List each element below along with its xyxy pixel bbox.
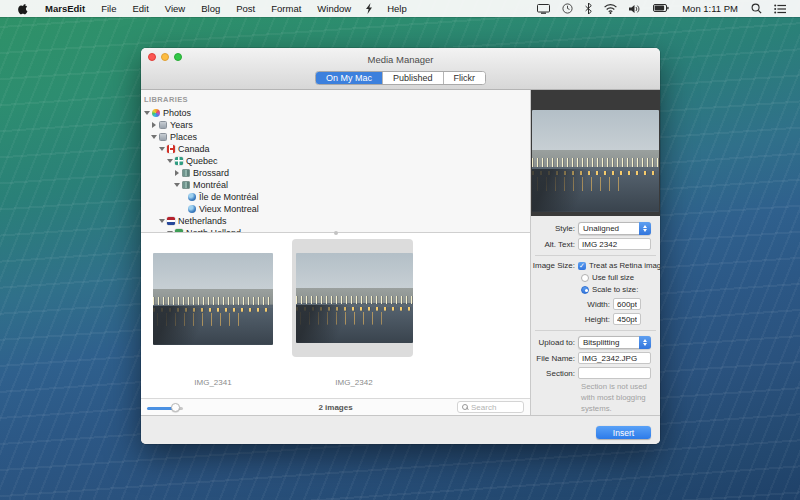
canada-flag-icon [167,145,175,153]
menu-bar-clock[interactable]: Mon 1:11 PM [675,3,745,14]
thumbnail-filename: IMG_2341 [153,378,273,387]
disclosure-triangle-icon[interactable] [158,217,166,225]
quebec-flag-icon [175,157,183,165]
bluetooth-icon[interactable] [579,0,598,17]
window-chrome[interactable]: Media Manager On My Mac Published Flickr [141,48,660,90]
inspector-form: Style: Unaligned Alt. Text: Image Size: … [531,216,660,415]
section-input[interactable] [578,367,651,379]
globe-icon [188,193,196,201]
sidebar-item-netherlands[interactable]: Netherlands [141,215,530,227]
tab-flickr[interactable]: Flickr [444,72,486,84]
insert-button[interactable]: Insert [596,426,651,439]
minimize-button[interactable] [161,53,169,61]
window-title: Media Manager [367,50,433,65]
menu-bar: MarsEdit File Edit View Blog Post Format… [0,0,800,17]
disclosure-triangle-icon[interactable] [173,181,181,189]
scale-to-size-radio[interactable]: Scale to size: [581,285,638,294]
zoom-button[interactable] [174,53,182,61]
menu-item-help[interactable]: Help [379,0,415,17]
volume-icon[interactable] [623,0,647,17]
globe-icon [188,205,196,213]
thumbnail-img-2342[interactable] [296,253,413,343]
disclosure-triangle-icon[interactable] [166,157,174,165]
thumbnail-filename: IMG_2342 [294,378,414,387]
file-name-input[interactable] [578,352,651,364]
city-icon [182,181,190,189]
close-button[interactable] [148,53,156,61]
divider [535,255,656,256]
full-size-radio[interactable]: Use full size [581,273,634,282]
netherlands-flag-icon [167,217,175,225]
media-manager-window: Media Manager On My Mac Published Flickr… [141,48,660,444]
alt-text-input[interactable] [578,238,651,250]
splitter-handle[interactable] [334,231,338,235]
section-note: Section is not used with most blogging s… [581,382,656,415]
menu-item-blog[interactable]: Blog [193,0,228,17]
menu-item-format[interactable]: Format [263,0,309,17]
radio-off-icon[interactable] [581,274,589,282]
tab-on-my-mac[interactable]: On My Mac [316,72,383,84]
sidebar-item-years[interactable]: Years [141,119,530,131]
disclosure-triangle-icon[interactable] [158,145,166,153]
search-input[interactable] [471,403,519,412]
height-label: Height: [531,315,613,324]
sidebar-item-label: Île de Montréal [199,192,259,202]
menu-item-marsedit[interactable]: MarsEdit [37,0,93,17]
disclosure-triangle-icon[interactable] [143,109,151,117]
search-icon [462,404,468,410]
airplay-display-icon[interactable] [531,0,556,17]
sidebar-item-label: Photos [163,108,191,118]
sidebar-item-label: Vieux Montreal [199,204,259,214]
divider [535,330,656,331]
sidebar-item-canada[interactable]: Canada [141,143,530,155]
popup-chevrons-icon [639,336,651,349]
sidebar-item-montreal[interactable]: Montréal [141,179,530,191]
wifi-icon[interactable] [598,0,623,17]
apple-menu-icon[interactable] [10,0,37,17]
notification-center-icon[interactable] [768,0,792,17]
width-input[interactable] [613,298,641,310]
menu-item-view[interactable]: View [157,0,193,17]
sidebar-item-photos[interactable]: Photos [141,107,530,119]
tab-published[interactable]: Published [383,72,444,84]
sidebar-item-places[interactable]: Places [141,131,530,143]
sidebar-item-vieux-montreal[interactable]: Vieux Montreal [141,203,530,215]
photos-app-icon [152,109,160,117]
sidebar-item-quebec[interactable]: Quebec [141,155,530,167]
disclosure-triangle-icon[interactable] [150,133,158,141]
width-label: Width: [531,300,613,309]
menu-item-file[interactable]: File [93,0,124,17]
script-menu-icon[interactable] [359,0,379,17]
battery-icon[interactable] [647,0,675,17]
full-size-label: Use full size [592,273,634,282]
sidebar-item-label: Places [170,132,197,142]
sidebar-item-label: Montréal [193,180,228,190]
menu-item-window[interactable]: Window [309,0,359,17]
library-pane: LIBRARIES Photos Years Places [141,90,530,415]
menu-item-edit[interactable]: Edit [124,0,156,17]
libraries-header: LIBRARIES [141,93,530,107]
sidebar-item-brossard[interactable]: Brossard [141,167,530,179]
retina-checkbox[interactable]: ✓ Treat as Retina image [578,261,660,270]
radio-on-icon[interactable] [581,286,589,294]
spotlight-search-icon[interactable] [745,0,768,17]
style-popup[interactable]: Unaligned [578,222,651,235]
clock-icon[interactable] [556,0,579,17]
title-bar[interactable]: Media Manager [141,48,660,66]
upload-to-popup[interactable]: Bitsplitting [578,336,651,349]
image-preview-pane [531,90,660,216]
style-value: Unaligned [579,224,639,233]
status-bar: 2 images [141,398,530,415]
image-size-label: Image Size: [531,261,578,270]
upload-to-label: Upload to: [531,338,578,347]
retina-label: Treat as Retina image [589,261,660,270]
search-field[interactable] [457,401,524,413]
disclosure-triangle-icon[interactable] [173,169,181,177]
checkbox-checked-icon[interactable]: ✓ [578,262,586,270]
height-input[interactable] [613,313,641,325]
section-label: Section: [531,369,578,378]
disclosure-triangle-icon[interactable] [150,121,158,129]
menu-item-post[interactable]: Post [228,0,263,17]
sidebar-item-ile-de-montreal[interactable]: Île de Montréal [141,191,530,203]
thumbnail-img-2341[interactable] [153,253,273,345]
